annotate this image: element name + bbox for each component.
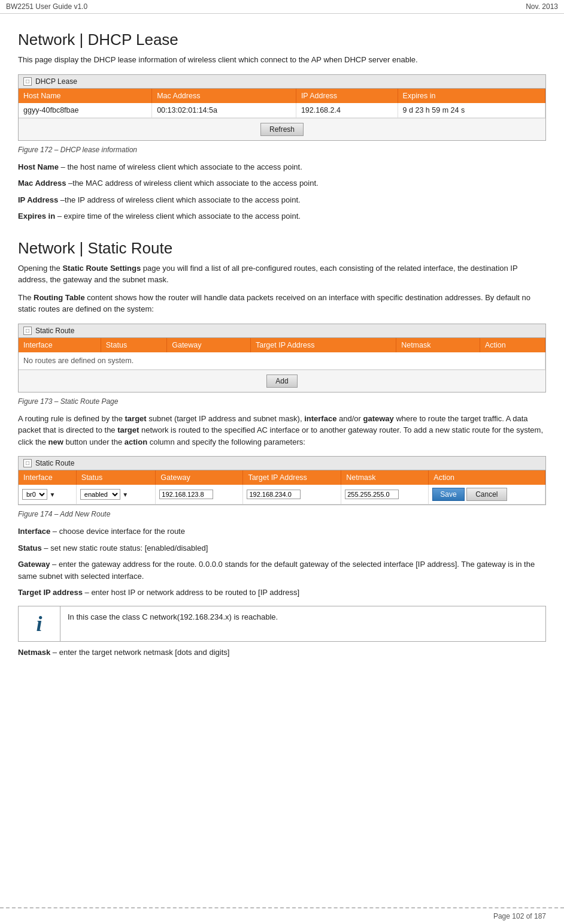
static-route1-table: Interface Status Gateway Target IP Addre… xyxy=(19,338,545,370)
sr1-col-netmask: Netmask xyxy=(396,338,480,352)
term-label: Interface xyxy=(18,527,50,536)
add-btn-row: Add xyxy=(19,370,545,392)
dhcp-col-mac: Mac Address xyxy=(152,89,296,103)
routing-table-bold: Routing Table xyxy=(34,293,85,302)
sr2-col-action: Action xyxy=(429,470,545,485)
target-bold1: target xyxy=(125,414,147,423)
interface-select[interactable]: br0 xyxy=(22,489,47,500)
static-route1-icon: □ xyxy=(23,327,32,335)
status-dropdown-icon: ▼ xyxy=(122,491,128,498)
info-note-text: In this case the class C network(192.168… xyxy=(60,606,546,641)
interface-bold: interface xyxy=(304,414,336,423)
section2-intro1: Opening the Static Route Settings page y… xyxy=(18,262,546,286)
list-item: IP Address –the IP address of wireless c… xyxy=(18,194,546,206)
table-cell: ggyy-40fbc8fbae xyxy=(19,103,152,118)
dhcp-icon: □ xyxy=(23,77,32,86)
dhcp-btn-row: Refresh xyxy=(19,118,545,140)
dhcp-table: Host Name Mac Address IP Address Expires… xyxy=(19,89,545,118)
netmask-term: Netmask xyxy=(18,648,50,657)
sr2-col-interface: Interface xyxy=(19,470,76,485)
sr1-col-action: Action xyxy=(480,338,545,352)
sr1-col-target-ip: Target IP Address xyxy=(250,338,396,352)
dhcp-col-ip: IP Address xyxy=(296,89,398,103)
info-icon-cell: i xyxy=(19,606,60,641)
static-route1-header-row: Interface Status Gateway Target IP Addre… xyxy=(19,338,545,352)
static-route2-header-row: Interface Status Gateway Target IP Addre… xyxy=(19,470,545,485)
table-cell: 9 d 23 h 59 m 24 s xyxy=(398,103,545,118)
sr2-col-netmask: Netmask xyxy=(341,470,429,485)
term-label: Target IP address xyxy=(18,588,83,597)
section2-heading: Network | Static Route xyxy=(18,239,546,258)
sr-form-netmask-cell xyxy=(341,485,429,505)
netmask-input[interactable] xyxy=(345,490,399,499)
static-route2-table-wrapper: Interface Status Gateway Target IP Addre… xyxy=(19,470,545,505)
static-route-definitions: Interface – choose device interface for … xyxy=(18,526,546,599)
list-item: Gateway – enter the gateway address for … xyxy=(18,558,546,582)
list-item: Host Name – the host name of wireless cl… xyxy=(18,161,546,173)
static-route2-title: Static Route xyxy=(35,459,74,467)
static-route1-title-bar: □ Static Route xyxy=(19,324,545,338)
add-button[interactable]: Add xyxy=(266,375,297,388)
table-cell: 192.168.2.4 xyxy=(296,103,398,118)
sr-form-status-cell: enabled disabled ▼ xyxy=(76,485,155,505)
footer-bar: Page 102 of 187 xyxy=(0,907,564,924)
list-item: Status – set new static route status: [e… xyxy=(18,542,546,554)
dhcp-figure-title-bar: □ DHCP Lease xyxy=(19,75,545,89)
section2-intro2: The Routing Table content shows how the … xyxy=(18,292,546,315)
netmask-sep: – xyxy=(50,648,59,657)
sr-form-interface-cell: br0 ▼ xyxy=(19,485,76,505)
term-label: IP Address xyxy=(18,195,58,204)
target-bold2: target xyxy=(117,425,139,434)
dhcp-figure-title: DHCP Lease xyxy=(35,77,77,86)
sr1-col-interface: Interface xyxy=(19,338,101,352)
target-ip-input[interactable] xyxy=(247,490,301,499)
table-row: ggyy-40fbc8fbae00:13:02:01:14:5a192.168.… xyxy=(19,103,545,118)
page-info: Page 102 of 187 xyxy=(493,912,546,920)
static-route-settings-bold: Static Route Settings xyxy=(62,264,141,273)
main-content: Network | DHCP Lease This page display t… xyxy=(0,14,564,699)
info-note-row: i In this case the class C network(192.1… xyxy=(19,606,546,641)
status-select[interactable]: enabled disabled xyxy=(80,489,120,500)
gateway-input[interactable] xyxy=(159,490,213,499)
sr1-col-gateway: Gateway xyxy=(167,338,251,352)
static-route1-title: Static Route xyxy=(35,327,74,335)
list-item: Interface – choose device interface for … xyxy=(18,526,546,538)
static-route1-caption: Figure 173 – Static Route Page xyxy=(18,397,546,406)
static-route-figure2: □ Static Route Interface Status Gateway … xyxy=(18,456,546,505)
sr1-col-status: Status xyxy=(101,338,166,352)
dhcp-definitions: Host Name – the host name of wireless cl… xyxy=(18,161,546,222)
term-label: Expires in xyxy=(18,212,55,221)
term-label: Gateway xyxy=(18,560,50,569)
section1-intro: This page display the DHCP lease informa… xyxy=(18,54,546,66)
interface-dropdown-icon: ▼ xyxy=(49,491,55,498)
dhcp-table-header-row: Host Name Mac Address IP Address Expires… xyxy=(19,89,545,103)
static-route2-caption: Figure 174 – Add New Route xyxy=(18,510,546,518)
static-route-form-row: br0 ▼ enabled disabled ▼ xyxy=(19,485,545,505)
dhcp-table-wrapper: Host Name Mac Address IP Address Expires… xyxy=(19,89,545,118)
new-bold: new xyxy=(48,437,63,446)
sr2-col-gateway: Gateway xyxy=(156,470,243,485)
doc-date: Nov. 2013 xyxy=(526,2,558,11)
sr-form-action-cell: Save Cancel xyxy=(429,485,545,505)
table-cell: 00:13:02:01:14:5a xyxy=(152,103,296,118)
netmask-def: Netmask – enter the target network netma… xyxy=(18,647,546,659)
cancel-button[interactable]: Cancel xyxy=(466,488,507,501)
sr-form-target-ip-cell xyxy=(243,485,341,505)
sr2-col-status: Status xyxy=(76,470,155,485)
netmask-desc: enter the target network netmask [dots a… xyxy=(59,648,230,657)
static-route2-table: Interface Status Gateway Target IP Addre… xyxy=(19,470,545,505)
static-route1-table-wrapper: Interface Status Gateway Target IP Addre… xyxy=(19,338,545,370)
static-route-figure1: □ Static Route Interface Status Gateway … xyxy=(18,324,546,392)
dhcp-caption: Figure 172 – DHCP lease information xyxy=(18,146,546,154)
list-item: Mac Address –the MAC address of wireless… xyxy=(18,177,546,189)
section1-heading: Network | DHCP Lease xyxy=(18,31,546,49)
action-bold: action xyxy=(125,437,147,446)
section2-body: A routing rule is defined by the target … xyxy=(18,413,546,448)
refresh-button[interactable]: Refresh xyxy=(260,123,304,136)
save-button[interactable]: Save xyxy=(432,488,464,501)
doc-title: BW2251 User Guide v1.0 xyxy=(6,2,87,11)
list-item: Target IP address – enter host IP or net… xyxy=(18,587,546,599)
gateway-bold: gateway xyxy=(363,414,393,423)
list-item: Expires in – expire time of the wireless… xyxy=(18,210,546,222)
term-label: Mac Address xyxy=(18,179,66,188)
